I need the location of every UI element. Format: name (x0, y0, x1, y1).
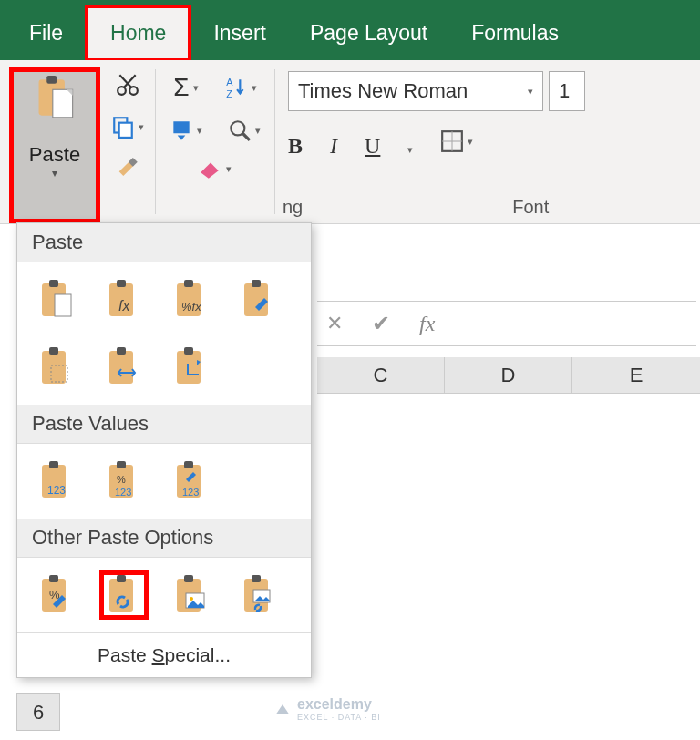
clipboard-transpose-icon (173, 347, 210, 387)
svg-rect-12 (173, 121, 189, 133)
clipboard-pct123-icon: %123 (106, 461, 142, 501)
paste-option-values-source-fmt[interactable]: 123 (167, 457, 216, 506)
font-size-select[interactable]: 1 (549, 71, 585, 111)
svg-rect-19 (49, 280, 58, 287)
watermark-subtitle: EXCEL · DATA · BI (297, 713, 381, 722)
svg-rect-1 (46, 76, 57, 84)
paste-options-menu: Paste fx %fx Paste Values 123 %123 123 O… (16, 222, 312, 678)
clipboard-123-icon: 123 (38, 461, 75, 501)
svg-rect-52 (184, 575, 193, 582)
svg-text:A: A (226, 77, 233, 87)
clipboard-link-icon (106, 575, 142, 615)
underline-caret[interactable]: ▾ (407, 144, 413, 156)
paste-option-values[interactable]: 123 (32, 457, 81, 506)
formula-cancel-button[interactable]: ✕ (326, 312, 343, 335)
clipboard-pctfx-icon: %fx (173, 280, 210, 320)
borders-button[interactable]: ▾ (440, 129, 473, 153)
eraser-icon (199, 159, 222, 179)
tab-home[interactable]: Home (85, 5, 191, 62)
svg-rect-25 (184, 280, 193, 287)
svg-text:%: % (117, 474, 126, 485)
svg-rect-32 (109, 351, 133, 384)
tab-insert[interactable]: Insert (191, 8, 288, 58)
paste-option-keep-col-width[interactable] (99, 343, 149, 392)
svg-rect-33 (117, 347, 126, 355)
fill-button[interactable]: ▾ (170, 118, 202, 142)
paste-section-header: Paste (17, 223, 311, 262)
svg-rect-47 (49, 575, 58, 582)
column-header-e[interactable]: E (572, 357, 700, 393)
svg-rect-29 (42, 351, 66, 384)
paste-other-section-header: Other Paste Options (17, 519, 311, 558)
svg-rect-8 (119, 123, 132, 138)
watermark-brand: exceldemy (297, 696, 381, 713)
clipboard-picture-icon (173, 575, 210, 615)
clipboard-fx-icon: fx (106, 280, 142, 320)
font-name-value: Times New Roman (298, 79, 468, 103)
sort-icon: AZ (224, 76, 248, 99)
fill-down-icon (170, 118, 193, 142)
paste-option-keep-source-fmt[interactable] (234, 275, 283, 324)
paste-special-menu-item[interactable]: Paste Special... (17, 632, 311, 677)
sort-filter-button[interactable]: AZ ▾ (224, 76, 257, 99)
formula-enter-button[interactable]: ✔ (372, 311, 390, 336)
tab-file[interactable]: File (7, 8, 85, 58)
bold-button[interactable]: B (288, 134, 303, 159)
clipboard-colwidth-icon (106, 347, 142, 387)
clipboard-icon (38, 280, 75, 320)
paste-option-linked-picture[interactable] (234, 570, 283, 620)
svg-text:Z: Z (226, 88, 232, 99)
paintbrush-icon (115, 157, 140, 182)
cut-button[interactable] (115, 73, 140, 97)
tab-page-layout[interactable]: Page Layout (288, 8, 449, 58)
paste-option-transpose[interactable] (167, 343, 216, 392)
paste-option-formulas-number-fmt[interactable]: %fx (167, 275, 216, 324)
svg-rect-28 (252, 280, 261, 287)
paste-option-no-borders[interactable] (32, 343, 81, 392)
column-header-c[interactable]: C (317, 357, 445, 393)
autosum-button[interactable]: Σ ▾ (173, 73, 198, 102)
tab-formulas[interactable]: Formulas (449, 8, 581, 58)
column-header-d[interactable]: D (445, 357, 572, 393)
clear-button[interactable]: ▾ (199, 159, 232, 179)
underline-button[interactable]: U (365, 134, 380, 159)
font-name-select[interactable]: Times New Roman ▾ (288, 71, 543, 111)
svg-point-13 (231, 121, 244, 135)
italic-button[interactable]: I (330, 134, 337, 159)
svg-rect-20 (55, 294, 71, 316)
column-headers: C D E (317, 357, 700, 394)
copy-button[interactable]: ▾ (111, 115, 144, 139)
paste-dropdown-caret[interactable]: ▾ (15, 167, 94, 180)
clipboard-linked-picture-icon (241, 575, 277, 615)
paste-option-values-number-fmt[interactable]: %123 (99, 457, 149, 506)
svg-rect-22 (117, 280, 126, 287)
paste-option-paste-link[interactable] (99, 570, 149, 620)
clipboard-brush123-icon: 123 (173, 461, 210, 501)
paste-option-paste[interactable] (32, 275, 81, 324)
svg-point-54 (190, 597, 193, 601)
format-painter-button[interactable] (115, 157, 140, 182)
svg-text:123: 123 (182, 487, 199, 498)
paste-option-formulas[interactable]: fx (99, 275, 149, 324)
borders-icon (440, 129, 464, 153)
row-header-6[interactable]: 6 (16, 693, 60, 731)
clipboard-noborder-icon (38, 347, 75, 387)
ribbon: Paste ▾ ▾ Σ ▾ AZ ▾ ▾ (0, 60, 700, 224)
paste-values-section-header: Paste Values (17, 405, 311, 444)
find-select-button[interactable]: ▾ (228, 118, 261, 142)
copy-caret[interactable]: ▾ (139, 121, 144, 133)
svg-text:%fx: %fx (181, 300, 201, 313)
svg-rect-40 (117, 461, 126, 468)
svg-rect-37 (49, 461, 58, 468)
svg-rect-44 (184, 461, 193, 468)
svg-rect-30 (49, 347, 58, 355)
paste-option-picture[interactable] (167, 570, 216, 620)
sigma-icon: Σ (173, 73, 189, 102)
clipboard-paste-icon (35, 76, 75, 119)
paste-label: Paste (15, 143, 94, 167)
paste-option-formatting[interactable]: % (32, 570, 81, 620)
clipboard-brush-icon (241, 280, 277, 320)
svg-text:123: 123 (47, 484, 66, 497)
fx-icon[interactable]: fx (419, 312, 435, 336)
font-name-caret[interactable]: ▾ (528, 86, 533, 98)
